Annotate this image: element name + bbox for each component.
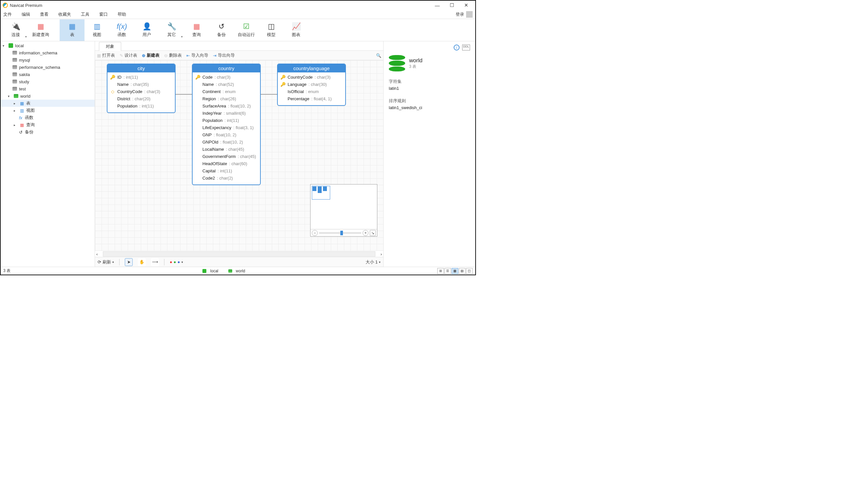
zoom-in-button[interactable]: + xyxy=(363,230,369,236)
menu-help[interactable]: 帮助 xyxy=(117,11,126,17)
app-title: Navicat Premium xyxy=(10,3,42,8)
ddl-icon[interactable]: DDL xyxy=(462,44,470,50)
column-row[interactable]: Population: int(11) xyxy=(195,117,257,124)
import-wizard-button[interactable]: ⇤导入向导 xyxy=(186,52,208,58)
zoom-slider[interactable] xyxy=(319,232,361,234)
horizontal-scrollbar[interactable]: ‹› xyxy=(95,251,383,257)
menu-edit[interactable]: 编辑 xyxy=(22,11,30,17)
column-row[interactable]: LocalName: char(45) xyxy=(195,146,257,153)
column-type: : char(30) xyxy=(309,81,327,88)
er-diagram-canvas[interactable]: city 🔑ID: int(11)Name: char(35)◇CountryC… xyxy=(95,60,383,251)
tree-queries[interactable]: ▸▦查询 xyxy=(1,121,95,129)
tree-views[interactable]: ▸▥视图 xyxy=(1,107,95,114)
menu-tools[interactable]: 工具 xyxy=(81,11,90,17)
column-row[interactable]: Name: char(35) xyxy=(110,81,172,88)
column-row[interactable]: GovernmentForm: char(45) xyxy=(195,153,257,160)
toolbar-function[interactable]: f(x)函数 xyxy=(110,19,134,41)
export-wizard-button[interactable]: ⇥导出向导 xyxy=(213,52,235,58)
column-type: : char(45) xyxy=(226,146,244,153)
pointer-tool[interactable]: ➤ xyxy=(125,258,133,266)
login-link[interactable]: 登录 xyxy=(456,11,464,17)
status-count: 3 表 xyxy=(3,268,10,274)
toolbar-backup[interactable]: ↺备份 xyxy=(209,19,234,41)
tree-db-world[interactable]: ▾world xyxy=(1,92,95,100)
zoom-fit-button[interactable]: ↘ xyxy=(370,230,376,236)
tree-db[interactable]: mysql xyxy=(1,57,95,64)
avatar-icon[interactable] xyxy=(466,11,473,18)
view-panel-icon[interactable]: ◫ xyxy=(466,268,473,274)
tree-connection[interactable]: ▾local xyxy=(1,42,95,49)
column-row[interactable]: LifeExpectancy: float(3, 1) xyxy=(195,124,257,131)
scale-control[interactable]: 大小 1 ▾ xyxy=(365,259,381,265)
column-row[interactable]: GNP: float(10, 2) xyxy=(195,131,257,139)
toolbar-other[interactable]: 🔧其它▾ xyxy=(159,19,184,41)
column-row[interactable]: SurfaceArea: float(10, 2) xyxy=(195,103,257,110)
color-tool[interactable]: ●●● ▾ xyxy=(170,259,183,264)
column-row[interactable]: Region: char(26) xyxy=(195,95,257,103)
collation-value: latin1_swedish_ci xyxy=(389,105,470,110)
column-row[interactable]: Name: char(52) xyxy=(195,81,257,88)
refresh-button[interactable]: ⟳刷新 ▾ xyxy=(97,259,114,265)
menu-file[interactable]: 文件 xyxy=(3,11,12,17)
toolbar-model[interactable]: ◫模型 xyxy=(259,19,284,41)
view-er-icon[interactable]: ▤ xyxy=(459,268,465,274)
column-type: : char(3) xyxy=(215,74,230,81)
maximize-button[interactable]: ☐ xyxy=(444,1,459,10)
search-icon[interactable]: 🔍 xyxy=(376,53,381,58)
column-row[interactable]: Percentage: float(4, 1) xyxy=(280,95,343,103)
column-row[interactable]: 🔑CountryCode: char(3) xyxy=(280,74,343,81)
column-row[interactable]: District: char(20) xyxy=(110,95,172,103)
column-row[interactable]: Population: int(11) xyxy=(110,103,172,110)
relation-line xyxy=(261,94,277,95)
new-table-button[interactable]: ⊕新建表 xyxy=(142,52,159,58)
toolbar-user[interactable]: 👤用户 xyxy=(134,19,159,41)
column-row[interactable]: 🔑Code: char(3) xyxy=(195,74,257,81)
close-button[interactable]: ✕ xyxy=(459,1,473,10)
toolbar-connection[interactable]: 🔌连接▾ xyxy=(3,19,28,41)
info-panel: i DDL world 3 表 字符集 latin1 排序规则 latin1_s… xyxy=(384,41,475,267)
tab-objects[interactable]: 对象 xyxy=(99,42,121,51)
zoom-out-button[interactable]: − xyxy=(312,230,318,236)
view-list-icon[interactable]: ☰ xyxy=(444,268,451,274)
minimize-button[interactable]: — xyxy=(430,1,444,10)
info-icon[interactable]: i xyxy=(454,44,459,50)
column-row[interactable]: HeadOfState: char(60) xyxy=(195,160,257,167)
column-row[interactable]: 🔑Language: char(30) xyxy=(280,81,343,88)
tree-backups[interactable]: ↺备份 xyxy=(1,129,95,136)
tree-db[interactable]: sakila xyxy=(1,71,95,78)
menu-favorites[interactable]: 收藏夹 xyxy=(58,11,71,17)
toolbar-automation[interactable]: ☑自动运行 xyxy=(234,19,259,41)
tree-functions[interactable]: fx函数 xyxy=(1,114,95,121)
entity-countrylanguage[interactable]: countrylanguage 🔑CountryCode: char(3)🔑La… xyxy=(277,64,346,106)
column-row[interactable]: Capital: int(11) xyxy=(195,167,257,175)
column-row[interactable]: IsOfficial: enum xyxy=(280,88,343,95)
toolbar-query[interactable]: ▦查询 xyxy=(184,19,209,41)
column-row[interactable]: ◇CountryCode: char(3) xyxy=(110,88,172,95)
column-row[interactable]: 🔑ID: int(11) xyxy=(110,74,172,81)
view-detail-icon[interactable]: ▦ xyxy=(452,268,458,274)
column-type: : char(3) xyxy=(144,88,160,95)
column-row[interactable]: GNPOld: float(10, 2) xyxy=(195,139,257,146)
column-row[interactable]: IndepYear: smallint(6) xyxy=(195,110,257,117)
open-table-button[interactable]: ▦打开表 xyxy=(97,52,115,58)
tree-tables[interactable]: ▸▦表 xyxy=(1,100,95,107)
toolbar-view[interactable]: ▥视图 xyxy=(84,19,110,41)
tree-db[interactable]: study xyxy=(1,78,95,85)
tree-db[interactable]: performance_schema xyxy=(1,64,95,71)
entity-city[interactable]: city 🔑ID: int(11)Name: char(35)◇CountryC… xyxy=(107,64,176,113)
menu-view[interactable]: 查看 xyxy=(40,11,49,17)
tree-db[interactable]: information_schema xyxy=(1,49,95,57)
hand-tool[interactable]: ✋ xyxy=(138,258,146,266)
column-row[interactable]: Continent: enum xyxy=(195,88,257,95)
delete-table-button[interactable]: ⊖删除表 xyxy=(164,52,182,58)
toolbar-new-query[interactable]: ▦新建查询 xyxy=(28,19,53,41)
menu-window[interactable]: 窗口 xyxy=(99,11,108,17)
tree-db[interactable]: test xyxy=(1,85,95,92)
relation-tool[interactable]: ⟶ xyxy=(151,258,159,266)
design-table-button[interactable]: ✎设计表 xyxy=(120,52,137,58)
column-row[interactable]: Code2: char(2) xyxy=(195,175,257,182)
entity-country[interactable]: country 🔑Code: char(3)Name: char(52)Cont… xyxy=(192,64,261,185)
view-grid-icon[interactable]: ⊞ xyxy=(437,268,444,274)
toolbar-table[interactable]: ▦表 xyxy=(60,19,84,41)
toolbar-chart[interactable]: 📈图表 xyxy=(284,19,309,41)
